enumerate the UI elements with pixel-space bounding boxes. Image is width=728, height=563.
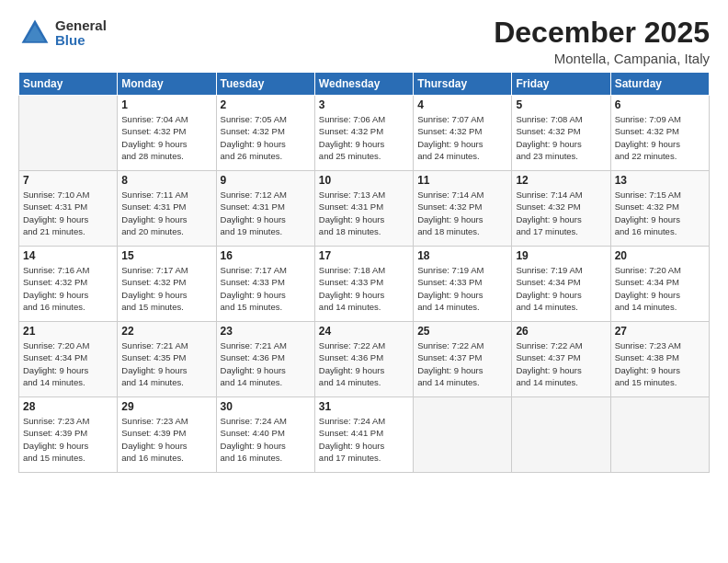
col-tuesday: Tuesday bbox=[216, 73, 314, 96]
table-row: 15Sunrise: 7:17 AMSunset: 4:32 PMDayligh… bbox=[118, 247, 216, 322]
table-row: 5Sunrise: 7:08 AMSunset: 4:32 PMDaylight… bbox=[512, 96, 610, 171]
col-monday: Monday bbox=[118, 73, 216, 96]
table-row: 13Sunrise: 7:15 AMSunset: 4:32 PMDayligh… bbox=[610, 171, 709, 247]
day-number: 16 bbox=[221, 249, 311, 262]
day-info: Sunrise: 7:08 AMSunset: 4:32 PMDaylight:… bbox=[516, 113, 606, 162]
day-info: Sunrise: 7:07 AMSunset: 4:32 PMDaylight:… bbox=[417, 113, 507, 162]
day-number: 31 bbox=[319, 400, 409, 413]
day-info: Sunrise: 7:04 AMSunset: 4:32 PMDaylight:… bbox=[121, 113, 211, 162]
table-row: 20Sunrise: 7:20 AMSunset: 4:34 PMDayligh… bbox=[610, 247, 709, 322]
calendar-table: Sunday Monday Tuesday Wednesday Thursday… bbox=[18, 72, 710, 473]
table-row: 22Sunrise: 7:21 AMSunset: 4:35 PMDayligh… bbox=[118, 322, 216, 397]
day-number: 20 bbox=[615, 249, 705, 262]
table-row: 11Sunrise: 7:14 AMSunset: 4:32 PMDayligh… bbox=[414, 171, 512, 247]
logo-icon bbox=[18, 17, 51, 50]
day-number: 12 bbox=[516, 174, 606, 187]
day-number: 6 bbox=[615, 98, 705, 111]
table-row: 14Sunrise: 7:16 AMSunset: 4:32 PMDayligh… bbox=[19, 247, 118, 322]
day-info: Sunrise: 7:21 AMSunset: 4:36 PMDaylight:… bbox=[221, 339, 311, 388]
day-number: 29 bbox=[121, 400, 211, 413]
logo-general: General bbox=[55, 18, 107, 34]
day-number: 15 bbox=[121, 249, 211, 262]
col-friday: Friday bbox=[512, 73, 610, 96]
table-row: 21Sunrise: 7:20 AMSunset: 4:34 PMDayligh… bbox=[19, 322, 118, 397]
day-number: 27 bbox=[615, 325, 705, 338]
day-number: 10 bbox=[319, 174, 409, 187]
day-info: Sunrise: 7:19 AMSunset: 4:33 PMDaylight:… bbox=[417, 264, 507, 313]
day-info: Sunrise: 7:11 AMSunset: 4:31 PMDaylight:… bbox=[121, 189, 211, 237]
day-info: Sunrise: 7:23 AMSunset: 4:39 PMDaylight:… bbox=[121, 415, 211, 464]
day-number: 17 bbox=[319, 249, 409, 262]
day-number: 9 bbox=[221, 174, 311, 187]
day-info: Sunrise: 7:06 AMSunset: 4:32 PMDaylight:… bbox=[319, 113, 409, 162]
table-row: 16Sunrise: 7:17 AMSunset: 4:33 PMDayligh… bbox=[216, 247, 314, 322]
day-number: 13 bbox=[615, 174, 705, 187]
col-sunday: Sunday bbox=[19, 73, 118, 96]
day-number: 2 bbox=[221, 98, 311, 111]
table-row: 10Sunrise: 7:13 AMSunset: 4:31 PMDayligh… bbox=[314, 171, 413, 247]
day-info: Sunrise: 7:18 AMSunset: 4:33 PMDaylight:… bbox=[319, 264, 409, 313]
day-number: 19 bbox=[516, 249, 606, 262]
table-row: 2Sunrise: 7:05 AMSunset: 4:32 PMDaylight… bbox=[216, 96, 314, 171]
month-title: December 2025 bbox=[494, 17, 710, 49]
day-info: Sunrise: 7:21 AMSunset: 4:35 PMDaylight:… bbox=[121, 339, 211, 388]
day-info: Sunrise: 7:24 AMSunset: 4:41 PMDaylight:… bbox=[319, 415, 409, 464]
table-row: 31Sunrise: 7:24 AMSunset: 4:41 PMDayligh… bbox=[314, 397, 413, 473]
day-info: Sunrise: 7:23 AMSunset: 4:38 PMDaylight:… bbox=[615, 339, 705, 388]
table-row: 17Sunrise: 7:18 AMSunset: 4:33 PMDayligh… bbox=[314, 247, 413, 322]
day-number: 8 bbox=[121, 174, 211, 187]
week-row: 28Sunrise: 7:23 AMSunset: 4:39 PMDayligh… bbox=[19, 397, 710, 473]
header-row: Sunday Monday Tuesday Wednesday Thursday… bbox=[19, 73, 710, 96]
table-row bbox=[414, 397, 512, 473]
table-row: 6Sunrise: 7:09 AMSunset: 4:32 PMDaylight… bbox=[610, 96, 709, 171]
day-number: 14 bbox=[23, 249, 113, 262]
day-number: 22 bbox=[121, 325, 211, 338]
day-info: Sunrise: 7:10 AMSunset: 4:31 PMDaylight:… bbox=[23, 189, 113, 237]
day-info: Sunrise: 7:14 AMSunset: 4:32 PMDaylight:… bbox=[516, 189, 606, 237]
table-row bbox=[19, 96, 118, 171]
logo-text: General Blue bbox=[55, 18, 107, 49]
day-info: Sunrise: 7:20 AMSunset: 4:34 PMDaylight:… bbox=[615, 264, 705, 313]
col-thursday: Thursday bbox=[414, 73, 512, 96]
day-number: 4 bbox=[417, 98, 507, 111]
day-info: Sunrise: 7:23 AMSunset: 4:39 PMDaylight:… bbox=[23, 415, 113, 464]
day-info: Sunrise: 7:05 AMSunset: 4:32 PMDaylight:… bbox=[221, 113, 311, 162]
day-info: Sunrise: 7:17 AMSunset: 4:33 PMDaylight:… bbox=[221, 264, 311, 313]
day-number: 1 bbox=[121, 98, 211, 111]
day-number: 5 bbox=[516, 98, 606, 111]
logo: General Blue bbox=[18, 17, 107, 50]
table-row: 4Sunrise: 7:07 AMSunset: 4:32 PMDaylight… bbox=[414, 96, 512, 171]
table-row: 27Sunrise: 7:23 AMSunset: 4:38 PMDayligh… bbox=[610, 322, 709, 397]
page: General Blue December 2025 Montella, Cam… bbox=[0, 0, 728, 563]
table-row: 7Sunrise: 7:10 AMSunset: 4:31 PMDaylight… bbox=[19, 171, 118, 247]
day-number: 24 bbox=[319, 325, 409, 338]
header: General Blue December 2025 Montella, Cam… bbox=[18, 17, 710, 66]
col-wednesday: Wednesday bbox=[314, 73, 413, 96]
day-info: Sunrise: 7:17 AMSunset: 4:32 PMDaylight:… bbox=[121, 264, 211, 313]
day-number: 23 bbox=[221, 325, 311, 338]
table-row: 9Sunrise: 7:12 AMSunset: 4:31 PMDaylight… bbox=[216, 171, 314, 247]
table-row: 29Sunrise: 7:23 AMSunset: 4:39 PMDayligh… bbox=[118, 397, 216, 473]
day-number: 25 bbox=[417, 325, 507, 338]
table-row: 25Sunrise: 7:22 AMSunset: 4:37 PMDayligh… bbox=[414, 322, 512, 397]
table-row: 18Sunrise: 7:19 AMSunset: 4:33 PMDayligh… bbox=[414, 247, 512, 322]
week-row: 7Sunrise: 7:10 AMSunset: 4:31 PMDaylight… bbox=[19, 171, 710, 247]
day-info: Sunrise: 7:09 AMSunset: 4:32 PMDaylight:… bbox=[615, 113, 705, 162]
week-row: 1Sunrise: 7:04 AMSunset: 4:32 PMDaylight… bbox=[19, 96, 710, 171]
table-row: 12Sunrise: 7:14 AMSunset: 4:32 PMDayligh… bbox=[512, 171, 610, 247]
day-number: 11 bbox=[417, 174, 507, 187]
day-info: Sunrise: 7:24 AMSunset: 4:40 PMDaylight:… bbox=[221, 415, 311, 464]
table-row: 23Sunrise: 7:21 AMSunset: 4:36 PMDayligh… bbox=[216, 322, 314, 397]
week-row: 21Sunrise: 7:20 AMSunset: 4:34 PMDayligh… bbox=[19, 322, 710, 397]
day-number: 30 bbox=[221, 400, 311, 413]
col-saturday: Saturday bbox=[610, 73, 709, 96]
day-number: 28 bbox=[23, 400, 113, 413]
day-info: Sunrise: 7:22 AMSunset: 4:37 PMDaylight:… bbox=[417, 339, 507, 388]
day-number: 7 bbox=[23, 174, 113, 187]
table-row: 3Sunrise: 7:06 AMSunset: 4:32 PMDaylight… bbox=[314, 96, 413, 171]
table-row bbox=[610, 397, 709, 473]
table-row: 1Sunrise: 7:04 AMSunset: 4:32 PMDaylight… bbox=[118, 96, 216, 171]
location-title: Montella, Campania, Italy bbox=[494, 51, 710, 66]
day-info: Sunrise: 7:13 AMSunset: 4:31 PMDaylight:… bbox=[319, 189, 409, 237]
day-info: Sunrise: 7:20 AMSunset: 4:34 PMDaylight:… bbox=[23, 339, 113, 388]
